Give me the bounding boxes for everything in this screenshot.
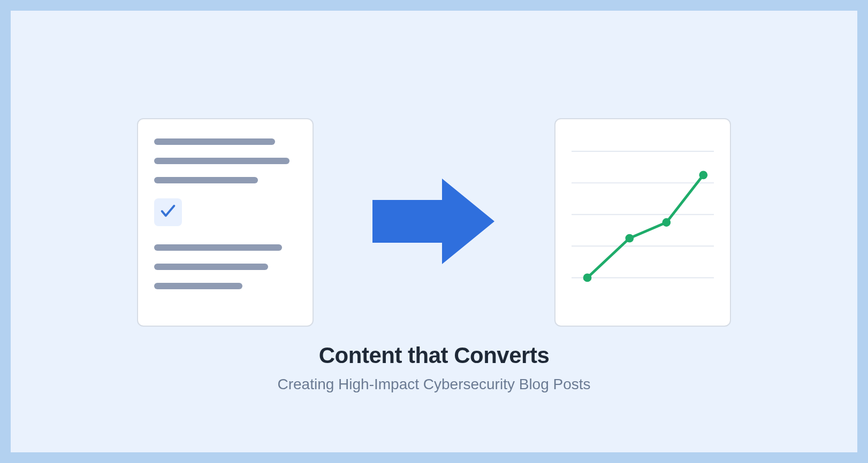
arrow-right-icon xyxy=(372,176,496,269)
doc-line xyxy=(154,177,258,183)
growth-chart xyxy=(572,135,714,310)
svg-point-7 xyxy=(625,234,634,243)
doc-line xyxy=(154,138,275,145)
titles: Content that Converts Creating High-Impa… xyxy=(277,343,590,393)
diagram-row xyxy=(137,118,731,327)
slide-subtitle: Creating High-Impact Cybersecurity Blog … xyxy=(277,376,590,393)
slide-title: Content that Converts xyxy=(277,343,590,368)
svg-marker-0 xyxy=(372,179,494,264)
checkmark-box xyxy=(154,198,182,226)
doc-line xyxy=(154,158,290,164)
svg-point-6 xyxy=(583,274,592,282)
document-card xyxy=(137,118,314,327)
doc-top-lines xyxy=(154,138,296,183)
chart-card xyxy=(554,118,731,327)
doc-line xyxy=(154,244,282,251)
checkmark-icon xyxy=(159,202,177,222)
doc-line xyxy=(154,283,242,289)
svg-point-9 xyxy=(699,171,707,179)
doc-line xyxy=(154,264,268,270)
slide-canvas: Content that Converts Creating High-Impa… xyxy=(11,11,857,452)
arrow-container xyxy=(372,176,496,269)
svg-point-8 xyxy=(662,218,671,227)
doc-bottom-lines xyxy=(154,244,296,289)
